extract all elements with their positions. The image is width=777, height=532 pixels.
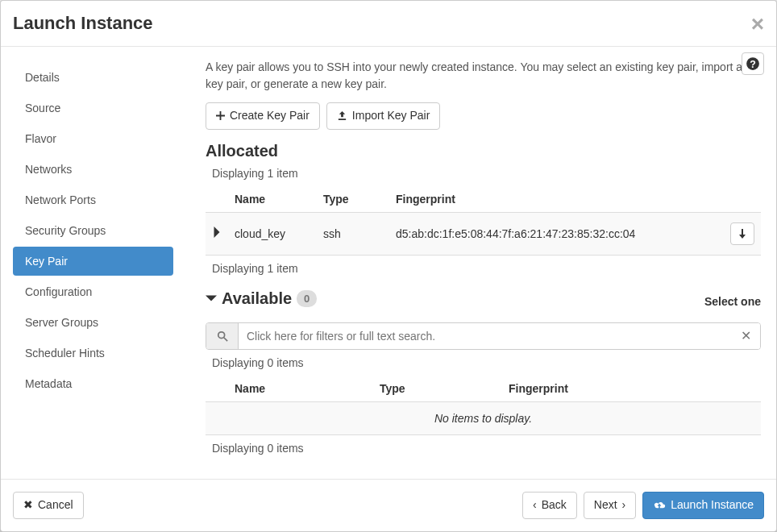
launch-instance-modal: Launch Instance × ? Details Source Flavo… [0,0,777,532]
allocated-col-type: Type [317,186,389,213]
available-col-name: Name [228,376,373,402]
svg-point-2 [218,332,224,339]
upload-icon [337,110,347,121]
cancel-button[interactable]: ✖ Cancel [13,492,84,519]
select-one-hint: Select one [704,295,761,308]
launch-instance-button[interactable]: Launch Instance [642,492,764,519]
available-table: Name Type Fingerprint No items to displa… [206,376,761,435]
description-text: A key pair allows you to SSH into your n… [206,59,761,93]
key-pair-actions: Create Key Pair Import Key Pair [206,102,761,130]
next-button[interactable]: Next › [584,492,636,519]
create-key-pair-button[interactable]: Create Key Pair [206,102,320,130]
available-title: Available [222,289,292,308]
available-col-fingerprint: Fingerprint [502,376,722,402]
allocated-row-fingerprint: d5:ab:dc:1f:e5:08:44:7f:a6:21:47:23:85:3… [389,212,722,255]
sidebar-item-scheduler-hints[interactable]: Scheduler Hints [13,339,173,368]
sidebar-item-configuration[interactable]: Configuration [13,277,173,306]
allocated-table: Name Type Fingerprint cloud_key ssh d5:a… [206,186,761,256]
modal-footer: ✖ Cancel ‹ Back Next › Launch Instance [1,479,776,531]
x-icon: ✖ [23,497,33,513]
allocated-col-fingerprint: Fingerprint [389,186,722,213]
allocated-row: cloud_key ssh d5:ab:dc:1f:e5:08:44:7f:a6… [206,212,761,255]
chevron-left-icon: ‹ [533,497,537,513]
allocated-count-top: Displaying 1 item [212,167,761,180]
modal-header: Launch Instance × [1,1,776,47]
sidebar-item-networks[interactable]: Networks [13,155,173,184]
allocated-row-type: ssh [317,212,389,255]
available-empty-row: No items to display. [206,401,761,434]
launch-label: Launch Instance [671,497,754,513]
sidebar-item-server-groups[interactable]: Server Groups [13,308,173,337]
available-count-badge: 0 [297,290,317,307]
modal-title: Launch Instance [13,13,764,34]
available-count-bottom: Displaying 0 items [212,442,761,455]
svg-line-3 [223,338,226,341]
close-icon[interactable]: × [751,13,764,35]
main-panel: A key pair allows you to SSH into your n… [173,59,764,467]
search-input[interactable] [239,323,731,349]
create-key-pair-label: Create Key Pair [230,108,310,124]
allocated-row-name: cloud_key [228,212,317,255]
sidebar-item-key-pair[interactable]: Key Pair [13,247,173,276]
clear-search-icon[interactable]: ✕ [731,323,760,349]
cancel-label: Cancel [38,497,73,513]
search-bar: ✕ [206,322,761,350]
deallocate-button[interactable] [730,222,754,245]
allocated-title: Allocated [206,142,761,160]
available-col-type: Type [373,376,502,402]
chevron-down-icon [206,294,217,302]
sidebar-item-flavor[interactable]: Flavor [13,124,173,153]
next-label: Next [594,497,617,513]
chevron-right-icon[interactable] [213,227,221,238]
arrow-down-icon [738,229,746,239]
allocated-col-name: Name [228,186,317,213]
no-items-text: No items to display. [206,401,761,434]
back-label: Back [542,497,567,513]
allocated-count-bottom: Displaying 1 item [212,262,761,275]
import-key-pair-label: Import Key Pair [352,108,430,124]
back-button[interactable]: ‹ Back [522,492,577,519]
sidebar-item-source[interactable]: Source [13,94,173,123]
cloud-upload-icon [653,501,666,510]
plus-icon [216,111,225,120]
help-icon[interactable]: ? [742,52,764,75]
chevron-right-icon: › [622,497,626,513]
import-key-pair-button[interactable]: Import Key Pair [326,102,440,130]
available-header[interactable]: Available 0 [206,289,317,308]
modal-body: Details Source Flavor Networks Network P… [1,47,776,479]
sidebar-item-security-groups[interactable]: Security Groups [13,216,173,245]
sidebar-item-network-ports[interactable]: Network Ports [13,185,173,214]
svg-text:?: ? [750,59,756,70]
available-count-top: Displaying 0 items [212,356,761,369]
sidebar-item-details[interactable]: Details [13,63,173,92]
sidebar-item-metadata[interactable]: Metadata [13,369,173,398]
sidebar: Details Source Flavor Networks Network P… [13,59,173,467]
search-icon[interactable] [206,323,239,349]
